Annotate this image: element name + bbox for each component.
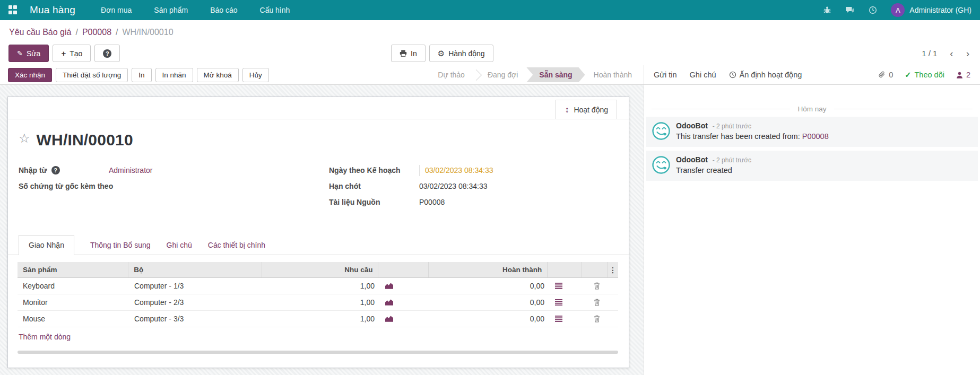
- statusbar-step-waiting[interactable]: Đang đợi: [479, 71, 526, 79]
- statusbar-row: Xác nhận Thiết đặt số lượng In In nhãn M…: [0, 65, 980, 85]
- table-row[interactable]: Mouse Computer - 3/3 1,00 0,00: [18, 311, 618, 327]
- statusbar-step-ready-active[interactable]: Sẵn sàng: [526, 67, 585, 82]
- follow-button[interactable]: ✓ Theo dõi: [905, 71, 944, 79]
- detailed-operations-list-icon[interactable]: [550, 299, 584, 306]
- tab-additional-info[interactable]: Thông tin Bổ sung: [90, 236, 151, 255]
- edit-button[interactable]: ✎ Sửa: [8, 45, 49, 62]
- unlock-button[interactable]: Mở khoá: [197, 68, 239, 82]
- field-deadline: Hạn chót 03/02/2023 08:34:33: [329, 181, 618, 192]
- log-note-button[interactable]: Ghi chú: [690, 71, 716, 79]
- column-header-product[interactable]: Sản phẩm: [18, 262, 128, 277]
- send-message-button[interactable]: Gửi tin: [654, 71, 677, 79]
- create-button[interactable]: + Tạo: [53, 45, 91, 62]
- action-menu-button[interactable]: ⚙ Hành động: [429, 45, 493, 62]
- horizontal-scrollbar[interactable]: [18, 351, 618, 354]
- column-header-bo[interactable]: Bộ: [128, 262, 262, 277]
- tab-note[interactable]: Ghi chú: [167, 236, 192, 255]
- forecast-chart-icon[interactable]: [380, 283, 430, 289]
- chatter-toolbar: Gửi tin Ghi chú Ấn định hoạt động 0 ✓ Th…: [644, 65, 980, 84]
- debug-bug-icon[interactable]: [823, 6, 831, 14]
- detailed-operations-list-icon[interactable]: [550, 283, 584, 289]
- operations-stat-button[interactable]: ↕ Hoạt động: [556, 100, 617, 119]
- table-row[interactable]: Monitor Computer - 2/3 1,00 0,00: [18, 294, 618, 311]
- form-sheet: ↕ Hoạt động ☆ WH/IN/00010 Nhập từ ? Admi…: [7, 97, 629, 368]
- add-line-link[interactable]: Thêm một dòng: [18, 327, 72, 346]
- nav-item-don-mua[interactable]: Đơn mua: [101, 6, 132, 14]
- chatter-message[interactable]: OdooBot - 2 phút trước This transfer has…: [646, 117, 978, 147]
- messages-chat-icon[interactable]: [845, 6, 855, 14]
- nav-item-cau-hinh[interactable]: Cấu hình: [260, 6, 290, 14]
- paperclip-icon: [878, 71, 886, 79]
- delete-trash-icon[interactable]: [584, 282, 610, 290]
- optional-columns-kebab-icon[interactable]: ⋮: [608, 262, 618, 277]
- cell-done[interactable]: 0,00: [430, 282, 550, 290]
- cell-demand[interactable]: 1,00: [263, 315, 380, 323]
- print-labels-button[interactable]: In nhãn: [155, 68, 193, 82]
- app-brand[interactable]: Mua hàng: [30, 4, 75, 16]
- breadcrumb-separator: /: [75, 28, 77, 37]
- detailed-operations-list-icon[interactable]: [550, 316, 584, 322]
- title-area: ☆ WH/IN/00010: [8, 119, 629, 149]
- cell-bo[interactable]: Computer - 2/3: [129, 298, 263, 307]
- help-question-icon[interactable]: ?: [51, 166, 60, 175]
- user-menu[interactable]: A Administrator (GH): [891, 3, 972, 17]
- field-label: Tài liệu Nguồn: [329, 197, 419, 208]
- print-button[interactable]: In: [132, 68, 151, 82]
- statusbar-step-draft[interactable]: Dự thảo: [429, 71, 473, 79]
- fields-left-column: Nhập từ ? Administrator Số chứng từ gốc …: [19, 165, 308, 213]
- pager-next-chevron-icon[interactable]: ›: [966, 48, 969, 58]
- confirm-button[interactable]: Xác nhận: [8, 68, 52, 82]
- statusbar-step-done[interactable]: Hoàn thành: [585, 71, 640, 79]
- field-value-scheduled-date[interactable]: 03/02/2023 08:34:33: [419, 165, 493, 176]
- cell-demand[interactable]: 1,00: [263, 298, 380, 307]
- cell-product[interactable]: Keyboard: [18, 282, 129, 290]
- pager-previous-chevron-icon[interactable]: ‹: [950, 48, 953, 58]
- column-header-done[interactable]: Hoàn thành: [429, 262, 548, 277]
- print-menu-button[interactable]: In: [391, 45, 426, 62]
- activities-clock-icon[interactable]: [869, 6, 877, 14]
- delete-trash-icon[interactable]: [584, 299, 610, 306]
- field-value-deadline[interactable]: 03/02/2023 08:34:33: [419, 181, 487, 192]
- forecast-chart-icon[interactable]: [380, 299, 430, 306]
- nav-item-bao-cao[interactable]: Báo cáo: [210, 6, 237, 14]
- breadcrumb: Yêu cầu Báo giá / P00008 / WH/IN/00010: [0, 20, 980, 41]
- column-header-demand[interactable]: Nhu cầu: [262, 262, 378, 277]
- cell-demand[interactable]: 1,00: [263, 282, 380, 290]
- message-author[interactable]: OdooBot: [676, 155, 708, 164]
- schedule-activity-button[interactable]: Ấn định hoạt động: [729, 71, 802, 79]
- question-icon: ?: [103, 49, 111, 58]
- cell-bo[interactable]: Computer - 3/3: [129, 315, 263, 323]
- help-button[interactable]: ?: [94, 45, 120, 62]
- top-menu: Đơn mua Sản phẩm Báo cáo Cấu hình: [101, 6, 290, 14]
- cell-done[interactable]: 0,00: [430, 315, 550, 323]
- message-author[interactable]: OdooBot: [676, 121, 708, 130]
- person-icon: [956, 72, 963, 79]
- tab-main-devices[interactable]: Các thiết bị chính: [208, 236, 265, 255]
- breadcrumb-link-rfq[interactable]: Yêu cầu Báo giá: [9, 28, 71, 37]
- cell-product[interactable]: Mouse: [18, 315, 129, 323]
- table-row[interactable]: Keyboard Computer - 1/3 1,00 0,00: [18, 278, 618, 294]
- record-title: WH/IN/00010: [37, 131, 133, 149]
- message-body: OdooBot - 2 phút trước This transfer has…: [676, 121, 829, 141]
- breadcrumb-link-p00008[interactable]: P00008: [82, 28, 111, 37]
- forecast-chart-icon[interactable]: [380, 316, 430, 322]
- delete-trash-icon[interactable]: [584, 315, 610, 322]
- cell-bo[interactable]: Computer - 1/3: [129, 282, 263, 290]
- odoobot-avatar: [652, 155, 671, 176]
- cell-product[interactable]: Monitor: [18, 298, 129, 307]
- cancel-button[interactable]: Hủy: [242, 68, 269, 82]
- followers-button[interactable]: 2: [956, 71, 970, 79]
- field-label: Ngày theo Kế hoạch: [329, 165, 419, 176]
- attachments-button[interactable]: 0: [878, 71, 893, 79]
- tab-operations[interactable]: Giao Nhận: [19, 235, 74, 255]
- favorite-star-icon[interactable]: ☆: [19, 131, 30, 146]
- apps-grid-icon[interactable]: [8, 5, 18, 15]
- chatter-message[interactable]: OdooBot - 2 phút trước Transfer created: [646, 151, 978, 181]
- message-text: Transfer created: [676, 166, 751, 175]
- field-value-source-doc[interactable]: P00008: [419, 197, 445, 208]
- message-record-link[interactable]: P00008: [802, 132, 829, 141]
- nav-item-san-pham[interactable]: Sản phẩm: [154, 6, 188, 14]
- field-value-partner[interactable]: Administrator: [109, 165, 152, 176]
- set-quantities-button[interactable]: Thiết đặt số lượng: [56, 68, 128, 82]
- cell-done[interactable]: 0,00: [430, 298, 550, 307]
